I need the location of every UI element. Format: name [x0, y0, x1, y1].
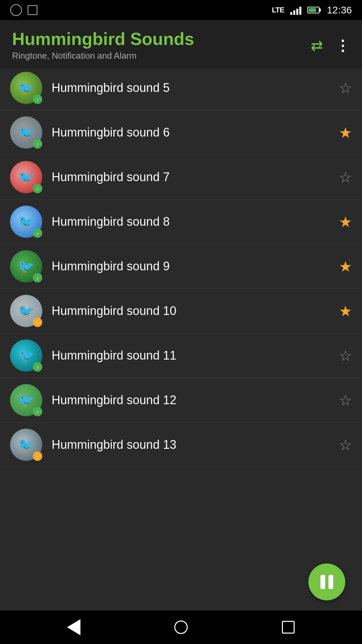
recents-button[interactable]: [275, 614, 302, 641]
header-actions: ⇄ ⋮: [311, 37, 350, 54]
lte-icon: LTE: [272, 6, 284, 14]
sound-thumbnail: 🐦 ♪: [10, 206, 42, 238]
sound-thumbnail: 🐦 ♪: [10, 72, 42, 104]
list-item[interactable]: 🐦 ♪ Hummingbird sound 13 ☆: [0, 423, 362, 467]
status-right-icons: LTE 12:36: [272, 4, 352, 16]
sound-thumbnail: 🐦 ♪: [10, 250, 42, 282]
music-badge: ♪: [33, 362, 42, 372]
sound-label: Hummingbird sound 10: [42, 304, 339, 318]
home-icon: [174, 621, 188, 634]
list-item[interactable]: 🐦 ♪ Hummingbird sound 11 ☆: [0, 333, 362, 378]
sound-list: 🐦 ♪ Hummingbird sound 5 ☆ 🐦 ♪ Hummingbir…: [0, 69, 362, 610]
favorite-icon[interactable]: ☆: [339, 347, 352, 364]
sound-label: Hummingbird sound 5: [42, 81, 339, 95]
music-badge: ♪: [33, 318, 42, 327]
list-item[interactable]: 🐦 ♪ Hummingbird sound 6 ★: [0, 110, 362, 155]
sound-label: Hummingbird sound 13: [42, 438, 339, 452]
sound-label: Hummingbird sound 11: [42, 348, 339, 363]
favorite-icon[interactable]: ★: [339, 124, 352, 141]
sound-thumbnail: 🐦 ♪: [10, 116, 42, 149]
home-button[interactable]: [168, 614, 194, 641]
list-item[interactable]: 🐦 ♪ Hummingbird sound 7 ☆: [0, 155, 362, 200]
favorite-icon[interactable]: ★: [339, 258, 352, 275]
sound-thumbnail: 🐦 ♪: [10, 161, 42, 193]
signal-icon: [290, 5, 301, 15]
music-badge: ♪: [33, 95, 42, 104]
battery-icon: [307, 7, 321, 13]
list-item[interactable]: 🐦 ♪ Hummingbird sound 5 ☆: [0, 69, 362, 110]
sound-thumbnail: 🐦 ♪: [10, 339, 42, 372]
list-item[interactable]: 🐦 ♪ Hummingbird sound 8 ★: [0, 200, 362, 244]
sound-thumbnail: 🐦 ♪: [10, 429, 42, 461]
status-time: 12:36: [327, 4, 352, 16]
back-icon: [67, 619, 80, 635]
header-title-block: Hummingbird Sounds Ringtone, Notificatio…: [12, 30, 311, 61]
sound-label: Hummingbird sound 12: [42, 393, 339, 407]
music-badge: ♪: [33, 451, 42, 461]
status-bar: LTE 12:36: [0, 0, 362, 20]
favorite-icon[interactable]: ★: [339, 303, 352, 320]
status-left-icons: [10, 4, 38, 16]
bottom-nav: [0, 610, 362, 644]
favorite-icon[interactable]: ☆: [339, 436, 352, 453]
sound-label: Hummingbird sound 6: [42, 125, 339, 140]
favorite-icon[interactable]: ★: [339, 213, 352, 230]
record-icon: [10, 4, 22, 16]
music-badge: ♪: [33, 273, 42, 282]
list-item[interactable]: 🐦 ♪ Hummingbird sound 9 ★: [0, 244, 362, 289]
sound-label: Hummingbird sound 9: [42, 259, 339, 273]
favorite-icon[interactable]: ☆: [339, 169, 352, 186]
music-badge: ♪: [33, 228, 42, 238]
app-title: Hummingbird Sounds: [12, 30, 311, 49]
music-badge: ♪: [33, 139, 42, 149]
music-badge: ♪: [33, 184, 42, 193]
app-header: Hummingbird Sounds Ringtone, Notificatio…: [0, 20, 362, 69]
app-subtitle: Ringtone, Notification and Alarm: [12, 51, 311, 61]
list-item[interactable]: 🐦 ♪ Hummingbird sound 12 ☆: [0, 378, 362, 423]
favorite-icon[interactable]: ☆: [339, 79, 352, 97]
back-button[interactable]: [60, 614, 87, 641]
recents-icon: [282, 621, 295, 634]
shuffle-icon[interactable]: ⇄: [311, 37, 323, 54]
sound-label: Hummingbird sound 8: [42, 215, 339, 229]
sound-thumbnail: 🐦 ♪: [10, 384, 42, 416]
sound-thumbnail: 🐦 ♪: [10, 295, 42, 327]
more-options-icon[interactable]: ⋮: [335, 37, 350, 54]
favorite-icon[interactable]: ☆: [339, 392, 352, 409]
music-badge: ♪: [33, 407, 42, 416]
pause-button[interactable]: [308, 564, 345, 600]
pause-icon: [320, 575, 333, 589]
sound-label: Hummingbird sound 7: [42, 170, 339, 184]
sim-icon: [27, 5, 38, 15]
list-item[interactable]: 🐦 ♪ Hummingbird sound 10 ★: [0, 289, 362, 333]
